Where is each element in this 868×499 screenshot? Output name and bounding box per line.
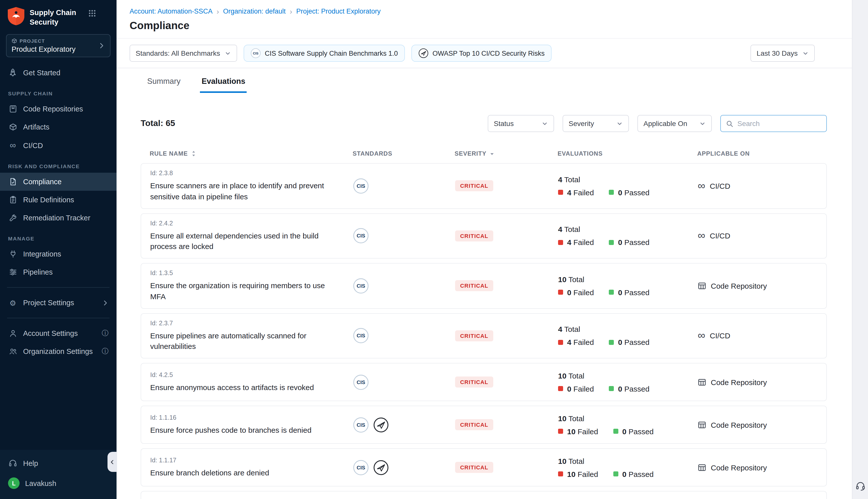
sidebar-item-remediation-tracker[interactable]: Remediation Tracker xyxy=(0,209,117,227)
sidebar-header: Supply Chain Security xyxy=(0,0,117,32)
breadcrumb-organization-link[interactable]: Organization: default xyxy=(223,8,286,15)
rules-table-body: Id: 2.3.8Ensure scanners are in place to… xyxy=(141,163,827,486)
info-icon: ⓘ xyxy=(102,330,108,337)
rule-cell: Id: 1.1.16Ensure force pushes code to br… xyxy=(150,414,353,436)
eval-passed: 0 Passed xyxy=(609,238,650,247)
tab-evaluations[interactable]: Evaluations xyxy=(200,75,247,93)
breadcrumb-account-link[interactable]: Account: Automation-SSCA xyxy=(130,8,213,15)
sidebar-item-label: Artifacts xyxy=(23,123,49,131)
table-row[interactable]: Id: 4.2.5Ensure anonymous access to arti… xyxy=(141,363,827,401)
sidebar-item-cicd[interactable]: ∞ CI/CD xyxy=(0,136,117,155)
rule-name: Ensure anonymous access to artifacts is … xyxy=(150,382,353,393)
severity-badge: CRITICAL xyxy=(455,377,493,388)
applicable-on-cell: Code Repository xyxy=(698,378,817,386)
repo-icon xyxy=(698,421,706,429)
box-icon xyxy=(8,123,17,131)
cis-logo-icon: CIS xyxy=(251,48,261,58)
section-label-manage: MANAGE xyxy=(0,227,117,245)
sidebar-item-rule-definitions[interactable]: Rule Definitions xyxy=(0,191,117,209)
sidebar-item-compliance[interactable]: Compliance xyxy=(0,173,117,191)
sidebar-item-code-repositories[interactable]: Code Repositories xyxy=(0,100,117,118)
breadcrumb-project-link[interactable]: Project: Product Exploratory xyxy=(296,8,381,15)
standards-cell: CIS xyxy=(353,417,455,433)
search-input[interactable] xyxy=(737,120,821,127)
column-severity[interactable]: SEVERITY xyxy=(455,150,557,157)
rule-cell: Id: 2.3.8Ensure scanners are in place to… xyxy=(150,170,353,202)
sidebar-item-project-settings[interactable]: ⚙ Project Settings xyxy=(0,294,117,312)
status-filter-select[interactable]: Status xyxy=(488,115,554,132)
table-row[interactable]: Id: 2.3.8Ensure scanners are in place to… xyxy=(141,163,827,209)
failed-square-icon xyxy=(558,240,563,245)
sidebar-item-organization-settings[interactable]: Organization Settings ⓘ xyxy=(0,342,117,361)
page-title: Compliance xyxy=(130,20,839,32)
project-selector[interactable]: PROJECT Product Exploratory xyxy=(6,34,110,57)
sidebar-item-artifacts[interactable]: Artifacts xyxy=(0,118,117,136)
rule-name: Ensure the organization is requiring mem… xyxy=(150,280,353,302)
chip-label: CIS Software Supply Chain Benchmarks 1.0 xyxy=(265,49,398,57)
support-chat-icon[interactable] xyxy=(855,481,865,491)
sidebar-item-label: CI/CD xyxy=(23,141,43,149)
applicable-on-label: Code Repository xyxy=(711,282,767,290)
cis-logo-icon: CIS xyxy=(353,328,369,344)
applicable-on-cell: Code Repository xyxy=(698,463,817,472)
rule-cell: Id: 2.3.7Ensure pipelines are automatica… xyxy=(150,319,353,352)
failed-square-icon xyxy=(558,290,563,295)
svg-text:CIS: CIS xyxy=(357,233,365,239)
search-box xyxy=(720,115,827,132)
table-row[interactable]: Id: 1.1.16Ensure force pushes code to br… xyxy=(141,406,827,444)
evaluations-content: Total: 65 Status Severity Applicable On xyxy=(117,93,852,499)
sidebar-item-account-settings[interactable]: Account Settings ⓘ xyxy=(0,324,117,342)
chip-cis-benchmark[interactable]: CIS CIS Software Supply Chain Benchmarks… xyxy=(244,45,405,62)
app-switcher-icon[interactable] xyxy=(88,10,96,19)
sidebar-item-help[interactable]: Help xyxy=(0,454,117,472)
tab-summary[interactable]: Summary xyxy=(146,75,182,93)
chevron-down-icon xyxy=(802,50,809,57)
date-range-select[interactable]: Last 30 Days xyxy=(751,45,815,62)
passed-square-icon xyxy=(609,240,614,245)
applicable-on-cell: ∞CI/CD xyxy=(698,182,817,190)
table-row[interactable]: Id: 2.3.7Ensure pipelines are automatica… xyxy=(141,313,827,358)
table-row[interactable]: Id: 1.3.5Ensure the organization is requ… xyxy=(141,263,827,308)
filter-bar: Standards: All Benchmarks CIS CIS Softwa… xyxy=(117,38,852,68)
sidebar-item-pipelines[interactable]: Pipelines xyxy=(0,263,117,281)
severity-badge: CRITICAL xyxy=(455,230,493,242)
standards-select-value: Standards: All Benchmarks xyxy=(136,49,220,57)
severity-cell: CRITICAL xyxy=(455,462,558,473)
section-label-supply-chain: SUPPLY CHAIN xyxy=(0,82,117,100)
sidebar-collapse-button[interactable] xyxy=(108,452,117,472)
evaluations-cell: 4 Total4 Failed0 Passed xyxy=(558,175,698,197)
svg-text:CIS: CIS xyxy=(357,333,365,338)
eval-total: 10 Total xyxy=(558,457,698,465)
table-row[interactable]: Id: 2.4.2Ensure all external dependencie… xyxy=(141,213,827,258)
applicable-on-filter-select[interactable]: Applicable On xyxy=(637,115,712,132)
evaluations-cell: 10 Total0 Failed0 Passed xyxy=(558,275,698,297)
sidebar-footer: Help L Lavakush xyxy=(0,450,117,499)
applicable-on-filter-label: Applicable On xyxy=(643,120,687,127)
user-menu[interactable]: L Lavakush xyxy=(0,472,117,494)
sidebar-item-get-started[interactable]: Get Started xyxy=(0,63,117,82)
breadcrumb: Account: Automation-SSCA › Organization:… xyxy=(130,8,839,15)
standards-select[interactable]: Standards: All Benchmarks xyxy=(130,45,237,62)
sort-down-icon[interactable] xyxy=(490,151,495,156)
standards-cell: CIS xyxy=(353,178,455,194)
sidebar: Supply Chain Security PROJECT Product Ex… xyxy=(0,0,117,499)
rule-name: Ensure branch deletions are denied xyxy=(150,467,353,478)
table-header: RULE NAME STANDARDS SEVERITY EVALUATIONS… xyxy=(141,150,827,157)
cis-logo-icon: CIS xyxy=(353,374,369,390)
sort-updown-icon[interactable] xyxy=(191,150,196,157)
standards-cell: CIS xyxy=(353,228,455,244)
chip-owasp-top10[interactable]: OWASP Top 10 CI/CD Security Risks xyxy=(411,45,552,62)
rule-id: Id: 1.3.5 xyxy=(150,270,353,277)
standards-cell: CIS xyxy=(353,328,455,344)
applicable-on-label: Code Repository xyxy=(711,421,767,429)
table-row[interactable]: Id: 1.1.17Ensure branch deletions are de… xyxy=(141,448,827,486)
owasp-logo-icon xyxy=(373,417,389,433)
app-logo-icon[interactable] xyxy=(7,7,25,27)
table-controls: Total: 65 Status Severity Applicable On xyxy=(141,115,827,132)
eval-failed: 4 Failed xyxy=(558,238,594,247)
sidebar-item-integrations[interactable]: Integrations xyxy=(0,245,117,263)
failed-square-icon xyxy=(558,386,563,391)
severity-cell: CRITICAL xyxy=(455,181,558,192)
severity-filter-select[interactable]: Severity xyxy=(563,115,629,132)
column-rule-name[interactable]: RULE NAME xyxy=(150,150,353,157)
